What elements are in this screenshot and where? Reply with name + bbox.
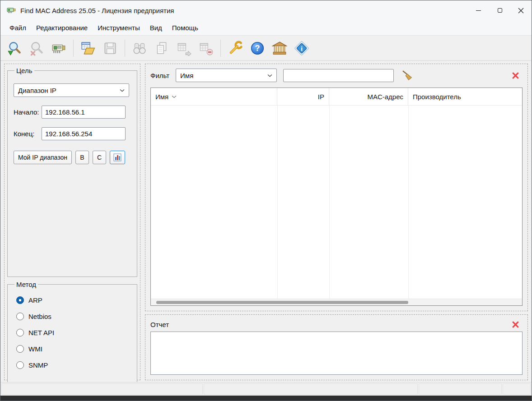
home-icon [272, 41, 287, 56]
chevron-down-icon [267, 74, 272, 77]
maximize-icon [498, 8, 502, 13]
table-header: Имя IP MAC-адрес Производитель [151, 88, 522, 106]
column-header-name[interactable]: Имя [151, 88, 277, 105]
range-type-dropdown[interactable]: Диапазон IP [14, 83, 129, 97]
arp-radio-label: ARP [28, 296, 42, 304]
save-table-button [100, 38, 121, 59]
table-body [151, 106, 522, 299]
clear-filter-button[interactable] [400, 68, 415, 83]
clear-report-button[interactable] [508, 317, 523, 332]
close-icon [518, 8, 524, 14]
arp-radio[interactable] [16, 296, 24, 304]
scrollbar-thumb[interactable] [156, 301, 408, 304]
range-buttons-row: Мой IP диапазон B C [14, 151, 131, 164]
range-type-value: Диапазон IP [18, 87, 56, 94]
find-in-table-button [129, 38, 150, 59]
column-header-mac[interactable]: MAC-адрес [329, 88, 408, 105]
column-ip-label: IP [318, 93, 324, 101]
find-button[interactable] [4, 38, 25, 59]
address-book-icon [113, 153, 122, 162]
search-start-icon [7, 41, 22, 56]
end-label: Конец: [14, 130, 42, 138]
taskbar-edge [0, 396, 532, 401]
radio-option-snmp[interactable]: SNMP [16, 361, 131, 369]
netapi-radio-label: NET API [28, 329, 54, 336]
netapi-radio[interactable] [16, 329, 24, 336]
help-button[interactable]: ? [247, 38, 268, 59]
homepage-button[interactable] [269, 38, 290, 59]
window-controls [468, 0, 532, 20]
snmp-radio[interactable] [16, 361, 24, 369]
radio-option-netbios[interactable]: Netbios [16, 313, 131, 320]
column-vendor-label: Производитель [413, 93, 461, 101]
adapter-info-button[interactable] [48, 38, 69, 59]
open-table-button[interactable] [78, 38, 98, 59]
wrench-icon [228, 41, 243, 56]
horizontal-scrollbar[interactable] [151, 299, 522, 305]
filter-field-dropdown[interactable]: Имя [176, 69, 277, 82]
method-groupbox-title: Метод [14, 281, 38, 288]
save-icon [103, 41, 118, 56]
filter-field-value: Имя [180, 72, 193, 79]
statusbar-segment-2 [204, 383, 418, 395]
statusbar-segment-4 [503, 383, 531, 395]
target-groupbox-title: Цель [14, 67, 34, 74]
column-mac-label: MAC-адрес [367, 93, 403, 101]
about-button[interactable]: i [291, 38, 312, 59]
toolbar: ? i [0, 35, 532, 61]
clear-table-button[interactable] [508, 68, 523, 83]
column-header-ip[interactable]: IP [277, 88, 329, 105]
column-name-label: Имя [155, 93, 168, 101]
toolbar-separator [73, 40, 74, 57]
filter-query-input[interactable] [283, 69, 394, 82]
svg-text:?: ? [255, 44, 260, 53]
right-panel: Фильт Имя [145, 64, 528, 380]
menu-edit[interactable]: Редактирование [31, 22, 93, 34]
end-row: Конец: [14, 127, 131, 140]
wmi-radio[interactable] [16, 345, 24, 353]
radio-option-wmi[interactable]: WMI [16, 345, 131, 353]
wmi-radio-label: WMI [28, 345, 42, 353]
start-label: Начало: [14, 108, 42, 116]
start-ip-input[interactable] [42, 106, 126, 119]
my-ip-range-button[interactable]: Мой IP диапазон [14, 151, 72, 164]
main-area: Цель Диапазон IP Начало: Конец: Мой IP д [0, 61, 532, 382]
maximize-button[interactable] [489, 0, 510, 20]
class-b-button[interactable]: B [75, 151, 89, 164]
network-adapter-icon [51, 41, 66, 56]
titlebar: Find MAC Address 25.05 - Лицензия предпр… [0, 0, 532, 20]
red-x-icon [512, 321, 519, 328]
settings-button[interactable] [225, 38, 246, 59]
copy-button [151, 38, 172, 59]
minimize-icon [476, 10, 481, 11]
column-header-vendor[interactable]: Производитель [408, 88, 522, 105]
report-header: Отчет [150, 317, 523, 332]
minimize-button[interactable] [468, 0, 489, 20]
end-ip-input[interactable] [42, 127, 126, 140]
copy-icon [154, 41, 169, 56]
report-title: Отчет [150, 321, 169, 328]
report-textarea[interactable] [150, 332, 523, 375]
netbios-radio-label: Netbios [28, 313, 51, 320]
app-icon [7, 6, 16, 15]
app-window: Find MAC Address 25.05 - Лицензия предпр… [0, 0, 532, 401]
class-c-button[interactable]: C [93, 151, 106, 164]
help-icon: ? [250, 41, 265, 56]
menu-view[interactable]: Вид [145, 22, 167, 34]
stop-find-button [26, 38, 47, 59]
menu-file[interactable]: Файл [5, 22, 31, 34]
address-book-button[interactable] [110, 151, 125, 164]
menu-tools[interactable]: Инструменты [93, 22, 145, 34]
table-open-icon [80, 41, 96, 56]
sort-chevron-icon [172, 95, 177, 98]
results-region: Фильт Имя [145, 64, 528, 311]
table-export-icon [176, 41, 191, 56]
radio-option-arp[interactable]: ARP [16, 296, 131, 304]
statusbar [0, 382, 532, 396]
menu-help[interactable]: Помощь [167, 22, 203, 34]
radio-option-netapi[interactable]: NET API [16, 329, 131, 336]
column-divider [408, 106, 409, 299]
close-button[interactable] [510, 0, 532, 20]
target-groupbox: Цель Диапазон IP Начало: Конец: Мой IP д [7, 67, 137, 277]
netbios-radio[interactable] [16, 313, 24, 320]
